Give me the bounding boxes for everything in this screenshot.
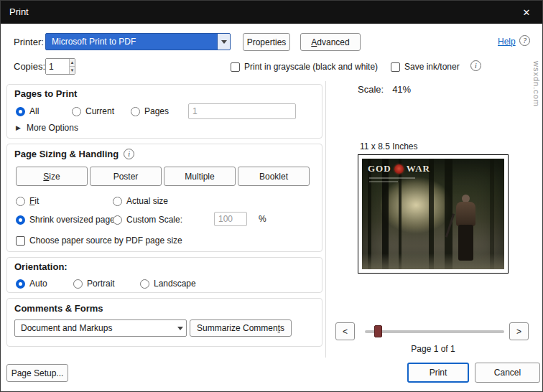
print-label: Print [430, 368, 447, 378]
page-setup-button[interactable]: Page Setup... [6, 364, 68, 382]
spin-up-icon[interactable]: ▲ [70, 59, 75, 67]
next-page-label: > [516, 327, 521, 337]
scale-value: 41% [392, 84, 411, 95]
spin-down-icon[interactable]: ▼ [70, 67, 75, 74]
figure-legs [458, 225, 473, 261]
checkbox-icon [16, 236, 25, 246]
info-icon[interactable]: i [470, 60, 481, 71]
radio-landscape-label: Landscape [154, 279, 196, 289]
copies-label: Copies: [14, 61, 45, 72]
radio-auto[interactable]: Auto [16, 278, 47, 289]
paper-source-checkbox[interactable]: Choose paper source by PDF page size [16, 235, 182, 246]
radio-icon [16, 197, 25, 206]
tree-silhouette [445, 159, 452, 269]
grayscale-checkbox[interactable]: Print in grayscale (black and white) [231, 61, 378, 73]
pages-to-print-title: Pages to Print [14, 88, 77, 99]
orientation-section: Orientation: Auto Portrait Landscape [6, 257, 322, 293]
comments-forms-section: Comments & Forms Document and Markups Su… [6, 298, 322, 347]
tree-silhouette [429, 159, 434, 269]
pages-to-print-section: Pages to Print All Current Pages ▶ More … [6, 84, 322, 139]
booklet-button[interactable]: Booklet [238, 167, 310, 186]
preview-image: GOD WAR [362, 159, 504, 269]
advanced-button[interactable]: Advanced [300, 33, 361, 51]
radio-actual-size[interactable]: Actual size [113, 195, 168, 207]
size-label: Size [43, 172, 60, 182]
comments-selected-value: Document and Markups [15, 320, 174, 336]
radio-pages[interactable]: Pages [131, 106, 169, 117]
page-setup-label: Page Setup... [11, 368, 64, 378]
close-button[interactable]: ✕ [511, 1, 542, 24]
next-page-button[interactable]: > [509, 322, 529, 340]
size-button[interactable]: Size [16, 167, 88, 186]
paper-source-label: Choose paper source by PDF page size [29, 235, 182, 246]
radio-fit[interactable]: Fit [16, 195, 39, 207]
cancel-button[interactable]: Cancel [475, 363, 540, 383]
page-sizing-section: Page Sizing & Handling i Size Poster Mul… [6, 144, 322, 252]
print-button[interactable]: Print [407, 363, 469, 383]
multiple-label: Multiple [185, 172, 214, 182]
radio-actual-label: Actual size [126, 196, 168, 206]
radio-all[interactable]: All [16, 106, 39, 117]
properties-button[interactable]: Properties [243, 33, 290, 51]
printer-label: Printer: [14, 37, 44, 47]
printer-select[interactable]: Microsoft Print to PDF [45, 33, 231, 50]
radio-portrait[interactable]: Portrait [73, 278, 115, 289]
radio-icon [131, 107, 140, 116]
window-title: Print [9, 1, 29, 24]
page-slider-thumb[interactable] [374, 325, 382, 337]
logo-text-god: GOD [368, 163, 391, 174]
radio-current-label: Current [85, 106, 114, 116]
chevron-down-icon [217, 34, 230, 50]
save-ink-checkbox[interactable]: Save ink/toner [391, 61, 460, 73]
radio-all-label: All [29, 106, 39, 116]
advanced-label: Advanced [311, 37, 349, 47]
radio-landscape[interactable]: Landscape [140, 278, 196, 289]
tree-silhouette [368, 159, 371, 269]
radio-fit-label: Fit [29, 196, 39, 206]
figure-torso [456, 202, 475, 226]
scale-label: Scale: [358, 84, 384, 95]
copies-input[interactable] [46, 59, 69, 74]
more-options-expander[interactable]: ▶ More Options [16, 122, 78, 134]
summarize-comments-label: Summarize Comments [197, 323, 284, 333]
radio-icon [72, 107, 81, 116]
preview-page: GOD WAR [358, 154, 509, 274]
checkbox-icon [391, 62, 400, 72]
ground [362, 253, 504, 269]
radio-selected-icon [16, 279, 25, 289]
panel-divider [325, 81, 326, 358]
properties-label: Properties [247, 37, 287, 47]
radio-icon [113, 197, 122, 206]
radio-icon [113, 215, 122, 225]
logo-subtitle-line [369, 177, 415, 179]
page-indicator: Page 1 of 1 [358, 344, 509, 354]
poster-button[interactable]: Poster [90, 167, 162, 186]
watermark-text: wsxdn.com [532, 61, 541, 107]
tree-silhouette [490, 159, 494, 269]
summarize-comments-button[interactable]: Summarize Comments [190, 319, 292, 337]
previous-page-label: < [343, 327, 348, 337]
radio-custom-scale[interactable]: Custom Scale: [113, 214, 182, 225]
radio-shrink-label: Shrink oversized pages [29, 215, 119, 225]
help-link[interactable]: Help [498, 37, 516, 47]
radio-current[interactable]: Current [72, 106, 114, 117]
expander-arrow-icon: ▶ [16, 124, 21, 131]
comments-forms-title: Comments & Forms [14, 303, 103, 314]
radio-portrait-label: Portrait [87, 279, 115, 289]
pages-range-input[interactable] [188, 103, 296, 119]
print-dialog: Print ✕ Printer: Microsoft Print to PDF … [0, 0, 543, 392]
help-question-icon[interactable]: ? [519, 35, 530, 46]
copies-spin-buttons: ▲ ▼ [69, 59, 75, 74]
page-slider-track[interactable] [365, 330, 504, 333]
more-options-label: More Options [27, 123, 78, 133]
comments-forms-select[interactable]: Document and Markups [14, 319, 187, 337]
figure-silhouette [453, 195, 479, 261]
checkbox-icon [231, 62, 240, 72]
copies-stepper[interactable]: ▲ ▼ [45, 58, 75, 75]
previous-page-button[interactable]: < [335, 322, 355, 340]
radio-shrink-oversized[interactable]: Shrink oversized pages [16, 214, 119, 225]
chevron-down-icon [174, 320, 186, 336]
multiple-button[interactable]: Multiple [164, 167, 236, 186]
info-icon[interactable]: i [124, 149, 134, 159]
custom-scale-input[interactable] [214, 212, 247, 226]
